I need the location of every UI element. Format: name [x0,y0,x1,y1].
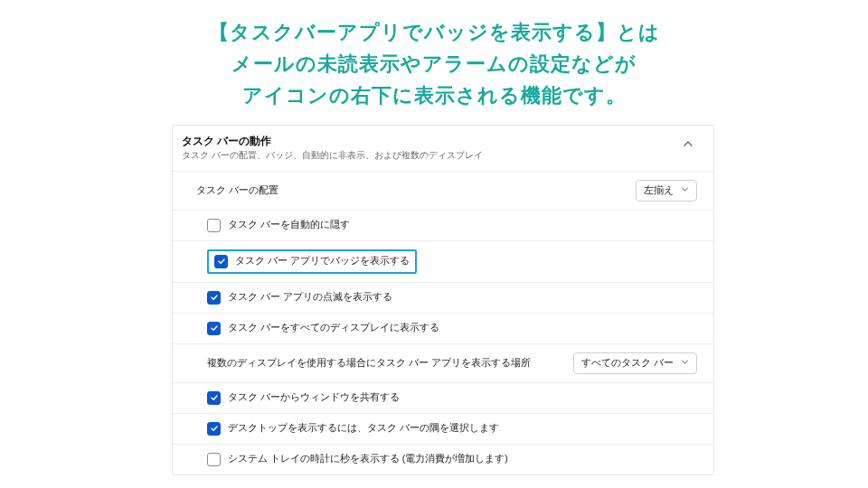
label-show-desktop: デスクトップを表示するには、タスク バーの隅を選択します [228,422,499,435]
label-show-badges: タスク バー アプリでバッジを表示する [235,255,410,267]
row-show-desktop: デスクトップを表示するには、タスク バーの隅を選択します [173,413,713,444]
label-clock-seconds: システム トレイの時計に秒を表示する (電力消費が増加します) [228,453,508,465]
row-clock-seconds: システム トレイの時計に秒を表示する (電力消費が増加します) [173,444,713,474]
row-all-displays: タスク バーをすべてのディスプレイに表示する [173,313,713,343]
select-value: すべてのタスク バー [581,357,674,370]
panel-subtitle: タスク バーの配置、バッジ、自動的に非表示、および複数のディスプレイ [182,150,679,162]
checkbox-clock-seconds[interactable] [207,453,221,466]
row-show-badges: タスク バー アプリでバッジを表示する [173,240,713,282]
row-show-flashing: タスク バー アプリの点滅を表示する [173,282,713,313]
caption-line-3: アイコンの右下に表示される機能です。 [36,80,832,111]
explanatory-caption: 【タスクバーアプリでバッジを表示する】とは メールの未読表示やアラームの設定など… [0,0,868,119]
select-multi-display-where[interactable]: すべてのタスク バー [573,352,697,374]
caption-line-1: 【タスクバーアプリでバッジを表示する】とは [36,16,832,48]
label-all-displays: タスク バーをすべてのディスプレイに表示する [228,322,439,334]
label-taskbar-alignment: タスク バーの配置 [196,184,278,197]
chevron-down-icon [681,358,689,368]
panel-title: タスク バーの動作 [182,135,679,148]
checkbox-show-desktop[interactable] [207,422,221,436]
select-taskbar-alignment[interactable]: 左揃え [636,180,697,202]
checkbox-auto-hide[interactable] [207,219,221,232]
checkbox-all-displays[interactable] [207,322,221,335]
row-auto-hide: タスク バーを自動的に隠す [173,210,713,240]
label-share-window: タスク バーからウィンドウを共有する [228,391,400,404]
row-multi-display-where: 複数のディスプレイを使用する場合にタスク バー アプリを表示する場所 すべてのタ… [173,343,713,382]
checkbox-share-window[interactable] [207,391,221,405]
chevron-up-icon[interactable] [679,135,697,155]
taskbar-behaviors-panel: タスク バーの動作 タスク バーの配置、バッジ、自動的に非表示、および複数のディ… [172,125,714,475]
row-taskbar-alignment: タスク バーの配置 左揃え [173,171,713,210]
chevron-down-icon [681,185,689,195]
checkbox-show-flashing[interactable] [207,291,221,305]
select-value: 左揃え [644,184,674,197]
row-share-window: タスク バーからウィンドウを共有する [173,382,713,413]
highlight-box: タスク バー アプリでバッジを表示する [207,249,417,274]
label-show-flashing: タスク バー アプリの点滅を表示する [228,291,392,304]
label-multi-display-where: 複数のディスプレイを使用する場合にタスク バー アプリを表示する場所 [207,357,531,370]
label-auto-hide: タスク バーを自動的に隠す [228,219,350,231]
panel-header[interactable]: タスク バーの動作 タスク バーの配置、バッジ、自動的に非表示、および複数のディ… [173,126,713,171]
checkbox-show-badges[interactable] [214,255,228,268]
caption-line-2: メールの未読表示やアラームの設定などが [36,48,832,80]
